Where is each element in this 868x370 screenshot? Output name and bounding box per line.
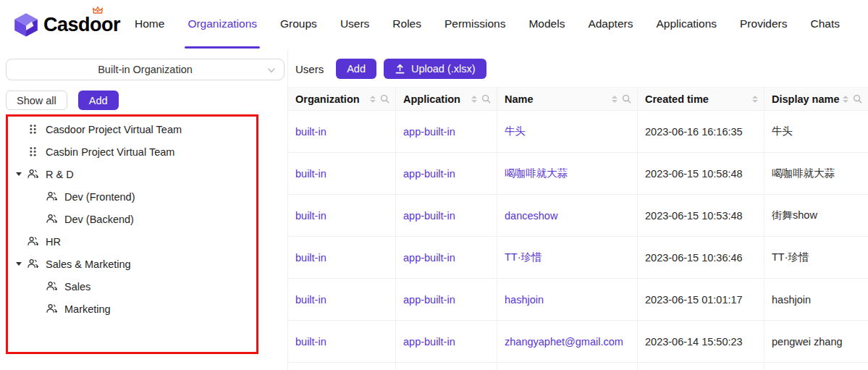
- name-cell-link[interactable]: hashjoin: [497, 279, 638, 320]
- application-cell-link[interactable]: app-built-in: [396, 153, 497, 194]
- caret-down-icon[interactable]: [11, 262, 27, 266]
- sorter-icon[interactable]: [843, 96, 848, 103]
- organization-cell-link[interactable]: built-in: [288, 237, 396, 278]
- tree-item[interactable]: Dev (Backend): [8, 208, 256, 230]
- created-time-cell: 2023-06-14 15:50:23: [638, 321, 764, 362]
- display-name-cell: 喝咖啡就大蒜: [764, 153, 868, 194]
- application-cell-link[interactable]: app-built-in: [396, 363, 497, 370]
- add-group-button[interactable]: Add: [78, 91, 119, 110]
- column-search-icon[interactable]: [380, 94, 389, 104]
- name-cell-link[interactable]: zhangyaphet@gmail.com: [497, 321, 638, 362]
- organization-cell-link[interactable]: built-in: [288, 111, 396, 152]
- sorter-icon[interactable]: [471, 96, 477, 103]
- sorter-icon[interactable]: [752, 96, 758, 103]
- sorter-icon[interactable]: [612, 96, 618, 103]
- created-time-cell: 2023-06-15 10:58:48: [638, 153, 764, 194]
- brand-name: Casdoor: [43, 14, 120, 36]
- usergroup-add-icon: [27, 257, 41, 271]
- tree-item[interactable]: R & D: [8, 163, 256, 185]
- column-header-created-time[interactable]: Created time: [638, 88, 764, 110]
- nav-item-applications[interactable]: Applications: [644, 0, 728, 49]
- drag-holder-icon: [27, 122, 41, 136]
- nav-item-providers[interactable]: Providers: [728, 0, 799, 49]
- nav-item-permissions[interactable]: Permissions: [433, 0, 517, 49]
- organization-cell-link[interactable]: built-in: [288, 195, 396, 236]
- top-navbar: Casdoor HomeOrganizationsGroupsUsersRole…: [0, 0, 868, 49]
- caret-down-icon[interactable]: [11, 172, 27, 176]
- column-header-name[interactable]: Name: [497, 88, 638, 110]
- name-cell-link[interactable]: 喝咖啡就大蒜: [497, 153, 638, 194]
- application-cell-link[interactable]: app-built-in: [396, 237, 497, 278]
- column-label: Application: [403, 93, 460, 105]
- organization-cell-link[interactable]: built-in: [288, 363, 396, 370]
- application-cell-link[interactable]: app-built-in: [396, 279, 497, 320]
- table-row: built-inapp-built-indanceshow2023-06-15 …: [288, 195, 868, 237]
- display-name-cell: 牛头: [764, 111, 868, 152]
- usergroup-add-icon: [46, 212, 59, 226]
- name-cell-link[interactable]: admin: [497, 363, 638, 370]
- column-header-display-name[interactable]: Display name: [764, 88, 868, 110]
- users-table-header: OrganizationApplicationNameCreated timeD…: [288, 87, 868, 111]
- nav-item-models[interactable]: Models: [517, 0, 576, 49]
- column-label: Organization: [295, 93, 360, 105]
- column-label: Name: [505, 93, 534, 105]
- display-name-cell: admin: [764, 363, 868, 370]
- users-title: Users: [295, 63, 324, 75]
- main-nav: HomeOrganizationsGroupsUsersRolesPermiss…: [123, 0, 851, 49]
- table-row: built-inapp-built-inzhangyaphet@gmail.co…: [288, 321, 868, 363]
- tree-item-label: Sales & Marketing: [46, 258, 131, 270]
- nav-item-roles[interactable]: Roles: [381, 0, 433, 49]
- name-cell-link[interactable]: 牛头: [497, 111, 638, 152]
- casdoor-logo[interactable]: Casdoor: [13, 12, 120, 38]
- display-name-cell: hashjoin: [764, 279, 868, 320]
- show-all-button[interactable]: Show all: [6, 91, 67, 110]
- name-cell-link[interactable]: TT·珍惜: [497, 237, 638, 278]
- group-tree-highlighted-region: Casdoor Project Virtual TeamCasbin Proje…: [6, 114, 258, 354]
- column-header-icons: [370, 94, 389, 104]
- add-user-button[interactable]: Add: [336, 59, 376, 79]
- tree-item[interactable]: Sales & Marketing: [8, 253, 256, 275]
- name-cell-link[interactable]: danceshow: [497, 195, 638, 236]
- upload-icon: [395, 64, 405, 75]
- column-label: Created time: [645, 93, 709, 105]
- table-row: built-inapp-built-inhashjoin2023-06-15 0…: [288, 279, 868, 321]
- tree-item-label: HR: [46, 236, 61, 248]
- users-table-body: built-inapp-built-in牛头2023-06-16 16:16:3…: [288, 111, 868, 370]
- nav-item-organizations[interactable]: Organizations: [176, 0, 269, 49]
- upload-xlsx-label: Upload (.xlsx): [411, 63, 476, 75]
- nav-item-groups[interactable]: Groups: [269, 0, 329, 49]
- tree-item[interactable]: Casbin Project Virtual Team: [8, 140, 256, 163]
- tree-item[interactable]: Casdoor Project Virtual Team: [8, 118, 256, 140]
- chevron-down-icon: [267, 66, 276, 75]
- organization-cell-link[interactable]: built-in: [288, 279, 396, 320]
- tree-item[interactable]: Marketing: [8, 298, 256, 320]
- organization-cell-link[interactable]: built-in: [288, 153, 396, 194]
- application-cell-link[interactable]: app-built-in: [396, 321, 497, 362]
- tree-item-label: Casdoor Project Virtual Team: [46, 124, 182, 135]
- upload-xlsx-button[interactable]: Upload (.xlsx): [384, 59, 486, 79]
- usergroup-add-icon: [46, 302, 59, 316]
- column-search-icon[interactable]: [622, 94, 631, 104]
- nav-item-adapters[interactable]: Adapters: [576, 0, 644, 49]
- tree-item-label: Dev (Frontend): [64, 191, 135, 203]
- application-cell-link[interactable]: app-built-in: [396, 111, 497, 152]
- column-header-application[interactable]: Application: [396, 88, 497, 110]
- drag-holder-icon: [27, 145, 41, 159]
- application-cell-link[interactable]: app-built-in: [396, 195, 497, 236]
- organization-cell-link[interactable]: built-in: [288, 321, 396, 362]
- tree-item[interactable]: Sales: [8, 275, 256, 298]
- column-search-icon[interactable]: [853, 94, 862, 104]
- nav-item-chats[interactable]: Chats: [799, 0, 851, 49]
- nav-item-users[interactable]: Users: [329, 0, 381, 49]
- created-time-cell: 2023-06-15 10:53:48: [638, 195, 764, 236]
- tree-item[interactable]: Dev (Frontend): [8, 185, 256, 208]
- nav-item-home[interactable]: Home: [123, 0, 176, 49]
- organization-select[interactable]: Built-in Organization: [6, 59, 285, 80]
- table-row: built-inapp-built-inadmin2023-06-14 10:2…: [288, 363, 868, 370]
- tree-item-label: Casbin Project Virtual Team: [46, 146, 174, 158]
- column-header-organization[interactable]: Organization: [288, 88, 396, 110]
- tree-item[interactable]: HR: [8, 230, 256, 253]
- column-search-icon[interactable]: [481, 94, 491, 104]
- sorter-icon[interactable]: [370, 96, 376, 103]
- tree-item-label: R & D: [46, 169, 74, 180]
